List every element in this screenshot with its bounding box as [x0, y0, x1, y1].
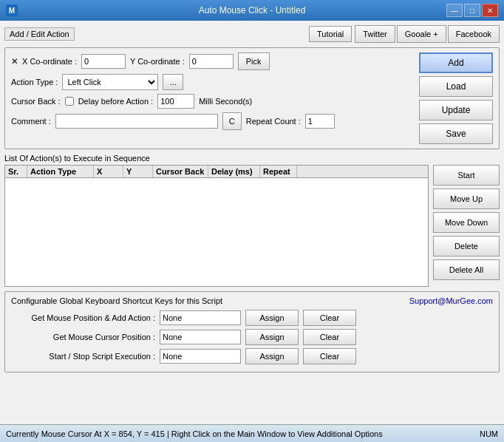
status-text: Currently Mouse Cursor At X = 854, Y = 4…: [6, 429, 383, 438]
cursor-back-checkbox[interactable]: [65, 97, 74, 106]
shortcut-row-1: Get Mouse Position & Add Action : Assign…: [11, 310, 493, 326]
move-down-button[interactable]: Move Down: [433, 212, 500, 233]
close-button[interactable]: ✕: [482, 4, 498, 17]
list-section: List Of Action(s) to Execute in Sequence…: [4, 154, 500, 287]
status-bar: Currently Mouse Cursor At X = 854, Y = 4…: [0, 424, 504, 442]
cursor-back-label: Cursor Back :: [11, 97, 61, 106]
maximize-button[interactable]: □: [464, 4, 480, 17]
clear-button-1[interactable]: Clear: [303, 310, 356, 326]
x-coord-label: X Co-ordinate :: [22, 57, 77, 66]
minimize-button[interactable]: —: [446, 4, 463, 17]
shortcut-row-3: Start / Stop Script Execution : Assign C…: [11, 348, 493, 364]
col-cursor-back: Cursor Back: [153, 166, 208, 177]
tutorial-button[interactable]: Tutorial: [309, 26, 352, 42]
repeat-count-label: Repeat Count :: [246, 117, 301, 126]
main-content: Add / Edit Action Tutorial Twitter Gooal…: [0, 21, 504, 424]
c-button[interactable]: C: [222, 112, 242, 130]
list-area: Sr. Action Type X Y Cursor Back Delay (m…: [4, 165, 500, 287]
action-list[interactable]: Sr. Action Type X Y Cursor Back Delay (m…: [4, 165, 429, 287]
pick-button[interactable]: Pick: [238, 52, 270, 70]
delay-input[interactable]: [157, 94, 194, 109]
col-action-type: Action Type: [27, 166, 94, 177]
y-coord-label: Y Co-ordinate :: [130, 57, 185, 66]
col-x: X: [94, 166, 123, 177]
x-cross: ✕: [11, 57, 18, 67]
shortcut-input-2[interactable]: [160, 330, 241, 344]
col-sr: Sr.: [5, 166, 27, 177]
shortcuts-section: Configurable Global Keyboard Shortcut Ke…: [4, 291, 500, 373]
add-edit-group: ✕ X Co-ordinate : Y Co-ordinate : Pick A…: [4, 47, 500, 149]
tab-facebook[interactable]: Facebook: [448, 25, 500, 43]
delay-label: Delay before Action :: [78, 97, 154, 106]
coord-row: ✕ X Co-ordinate : Y Co-ordinate : Pick: [11, 52, 412, 70]
comment-input[interactable]: [55, 114, 218, 129]
y-coord-input[interactable]: [189, 54, 234, 69]
action-buttons-panel: Add Load Update Save: [419, 52, 493, 144]
save-button[interactable]: Save: [419, 123, 493, 144]
shortcuts-title: Configurable Global Keyboard Shortcut Ke…: [11, 296, 222, 305]
cursor-delay-row: Cursor Back : Delay before Action : Mill…: [11, 94, 412, 109]
add-edit-label: Add / Edit Action: [4, 27, 75, 41]
delete-button[interactable]: Delete: [433, 236, 500, 256]
shortcut-label-2: Get Mouse Cursor Position :: [11, 333, 155, 341]
shortcuts-header: Configurable Global Keyboard Shortcut Ke…: [11, 296, 493, 305]
move-up-button[interactable]: Move Up: [433, 188, 500, 209]
shortcut-label-1: Get Mouse Position & Add Action :: [11, 313, 155, 322]
action-type-select[interactable]: Left Click: [62, 74, 158, 90]
load-button[interactable]: Load: [419, 76, 493, 97]
start-button[interactable]: Start: [433, 165, 500, 186]
repeat-count-input[interactable]: [305, 114, 335, 129]
clear-button-3[interactable]: Clear: [303, 348, 356, 364]
assign-button-2[interactable]: Assign: [245, 329, 299, 345]
window-title: Auto Mouse Click - Untitled: [0, 5, 504, 16]
shortcut-row-2: Get Mouse Cursor Position : Assign Clear: [11, 329, 493, 345]
support-link[interactable]: Support@MurGee.com: [409, 296, 493, 305]
dotdot-button[interactable]: ...: [163, 74, 183, 90]
comment-label: Comment :: [11, 117, 51, 126]
right-buttons: Start Move Up Move Down Delete Delete Al…: [433, 165, 500, 287]
update-button[interactable]: Update: [419, 100, 493, 120]
shortcut-input-3[interactable]: [160, 349, 241, 364]
title-bar: M Auto Mouse Click - Untitled — □ ✕: [0, 0, 504, 21]
shortcut-label-3: Start / Stop Script Execution :: [11, 352, 155, 361]
num-indicator: NUM: [480, 429, 498, 438]
assign-button-3[interactable]: Assign: [245, 348, 299, 364]
delete-all-button[interactable]: Delete All: [433, 259, 500, 280]
col-repeat: Repeat: [260, 166, 297, 177]
tab-twitter[interactable]: Twitter: [355, 25, 395, 43]
app-icon: M: [6, 4, 18, 16]
top-bar: Add / Edit Action Tutorial Twitter Gooal…: [4, 25, 500, 43]
list-header: Sr. Action Type X Y Cursor Back Delay (m…: [5, 166, 428, 178]
add-button[interactable]: Add: [419, 52, 493, 73]
tab-buttons: Twitter Gooale + Facebook: [355, 25, 500, 43]
title-bar-controls: — □ ✕: [446, 4, 498, 17]
action-type-row: Action Type : Left Click ...: [11, 74, 412, 90]
col-delay: Delay (ms): [208, 166, 260, 177]
x-coord-input[interactable]: [81, 54, 126, 69]
col-y: Y: [123, 166, 153, 177]
action-type-label: Action Type :: [11, 78, 58, 86]
shortcut-input-1[interactable]: [160, 310, 241, 325]
title-bar-left: M: [6, 4, 18, 16]
delay-unit-label: Milli Second(s): [199, 97, 252, 106]
tab-google[interactable]: Gooale +: [397, 25, 446, 43]
comment-row: Comment : C Repeat Count :: [11, 112, 412, 130]
clear-button-2[interactable]: Clear: [303, 329, 356, 345]
list-title: List Of Action(s) to Execute in Sequence: [4, 154, 500, 163]
assign-button-1[interactable]: Assign: [245, 310, 299, 326]
